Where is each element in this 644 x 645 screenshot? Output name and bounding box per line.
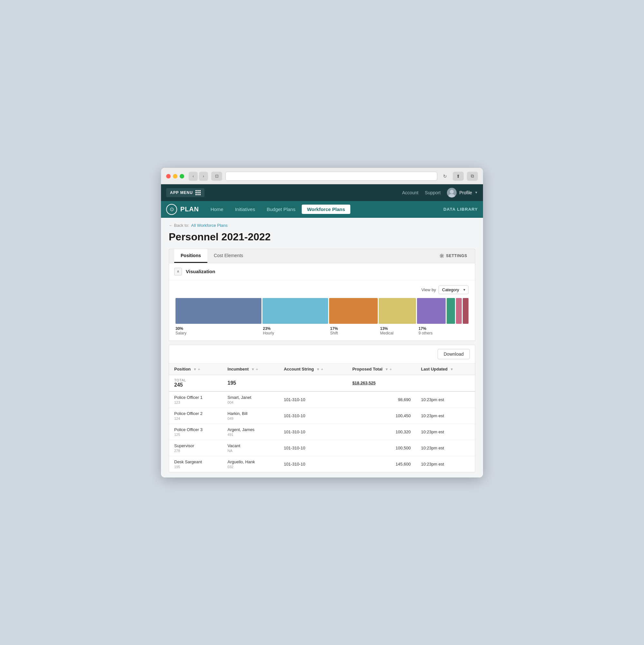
app-menu-button[interactable]: APP MENU <box>166 188 205 197</box>
topbar-right: Account Support Profile ▼ <box>402 188 478 198</box>
account-link[interactable]: Account <box>402 190 418 195</box>
chart-label: 17%9 others <box>418 327 447 336</box>
col-position-actions: ▼ + <box>193 367 200 371</box>
nav-budget-plans[interactable]: Budget Plans <box>262 205 300 214</box>
viz-panel: ∧ Visualization View by Category 30%Sala… <box>169 263 475 341</box>
sidebar-button[interactable]: ⊡ <box>211 172 222 181</box>
tab-positions[interactable]: Positions <box>174 249 207 263</box>
chart-label-name: Shift <box>330 331 379 336</box>
incumbent-cell: Vacant NA <box>223 440 279 456</box>
bar-segment <box>463 298 468 324</box>
settings-label: SETTINGS <box>446 253 467 258</box>
total-account-cell <box>279 375 347 392</box>
add-position-icon[interactable]: + <box>198 367 200 371</box>
col-position: Position ▼ + <box>169 364 223 375</box>
incumbent-cell: Arguello, Hank 032 <box>223 456 279 472</box>
updated-cell: 10:23pm est <box>416 424 475 440</box>
view-by-select[interactable]: Category <box>438 285 468 294</box>
svg-point-1 <box>450 190 454 194</box>
viz-body: View by Category 30%Salary23%Hourly17%Sh… <box>169 280 475 341</box>
add-proposed-icon[interactable]: + <box>390 367 391 371</box>
app-menu-label: APP MENU <box>170 190 193 195</box>
sort-incumbent-icon[interactable]: ▼ <box>251 367 255 371</box>
breadcrumb: ← Back to: All Workforce Plans <box>169 223 475 228</box>
total-incumbents-cell: 195 <box>223 375 279 392</box>
settings-button[interactable]: SETTINGS <box>437 252 470 259</box>
share-button[interactable]: ⬆ <box>453 172 464 181</box>
close-button[interactable] <box>166 174 171 179</box>
chart-label-pct: 23% <box>263 327 329 331</box>
chart-label-name: 9 others <box>418 331 447 336</box>
nav-initiatives[interactable]: Initiatives <box>230 205 261 214</box>
page-content: ← Back to: All Workforce Plans Personnel… <box>161 218 483 477</box>
chart-label-pct: 17% <box>418 327 447 331</box>
tab-cost-elements[interactable]: Cost Elements <box>207 249 250 263</box>
bar-segment <box>329 298 378 324</box>
sort-account-icon[interactable]: ▼ <box>316 367 320 371</box>
table-header-row: Position ▼ + Incumbent ▼ + <box>169 364 475 375</box>
chart-label-pct: 30% <box>176 327 262 331</box>
bar-segment <box>446 298 455 324</box>
plan-logo-row: ⊙ PLAN Home Initiatives Budget Plans Wor… <box>166 204 350 215</box>
grid-icon <box>196 190 201 195</box>
chart-label-pct: 17% <box>330 327 379 331</box>
plan-navbar: ⊙ PLAN Home Initiatives Budget Plans Wor… <box>161 201 483 218</box>
account-cell: 101-310-10 <box>279 424 347 440</box>
sort-proposed-icon[interactable]: ▼ <box>385 367 388 371</box>
minimize-button[interactable] <box>173 174 178 179</box>
col-account-string: Account String ▼ + <box>279 364 347 375</box>
table-row: Police Officer 2 124 Harkin, Bill 049 10… <box>169 408 475 424</box>
proposed-cell: 98,690 <box>347 392 416 408</box>
download-button[interactable]: Download <box>437 349 470 359</box>
chevron-down-icon: ▼ <box>474 191 478 194</box>
tabs: Positions Cost Elements <box>174 249 250 263</box>
data-library-button[interactable]: DATA LIBRARY <box>443 207 478 212</box>
total-updated-cell <box>416 375 475 392</box>
position-cell: Supervisor 278 <box>169 440 223 456</box>
col-proposed-actions: ▼ + <box>385 367 391 371</box>
col-account-actions: ▼ + <box>316 367 323 371</box>
address-bar[interactable] <box>226 172 437 181</box>
table-row: Police Officer 3 125 Argent, James 491 1… <box>169 424 475 440</box>
profile-button[interactable]: Profile ▼ <box>447 188 478 198</box>
plan-icon: ⊙ <box>166 204 177 215</box>
bar-segment <box>456 298 462 324</box>
table-total-row: TOTAL 245 195 $18,263,525 <box>169 375 475 392</box>
browser-chrome: ‹ › ⊡ ↻ ⬆ ⧉ <box>161 168 483 184</box>
chart-label-pct: 13% <box>380 327 418 331</box>
updated-cell: 10:23pm est <box>416 456 475 472</box>
sort-position-icon[interactable]: ▼ <box>193 367 197 371</box>
tabs-button[interactable]: ⧉ <box>467 172 478 181</box>
add-account-icon[interactable]: + <box>321 367 323 371</box>
account-cell: 101-310-10 <box>279 440 347 456</box>
support-link[interactable]: Support <box>425 190 440 195</box>
back-button[interactable]: ‹ <box>189 172 198 181</box>
view-by-label: View by <box>421 287 436 292</box>
nav-workforce-plans[interactable]: Workforce Plans <box>302 205 350 214</box>
proposed-cell: 100,500 <box>347 440 416 456</box>
position-cell: Desk Sargeant 195 <box>169 456 223 472</box>
viz-header: ∧ Visualization <box>169 263 475 280</box>
collapse-button[interactable]: ∧ <box>174 268 182 275</box>
breadcrumb-back: ← Back to: <box>169 223 189 228</box>
proposed-cell: 100,320 <box>347 424 416 440</box>
forward-button[interactable]: › <box>199 172 208 181</box>
nav-home[interactable]: Home <box>206 205 229 214</box>
total-proposed-cell: $18,263,525 <box>347 375 416 392</box>
bar-segment <box>262 298 328 324</box>
chart-label: 13%Medical <box>380 327 418 336</box>
breadcrumb-link[interactable]: All Workforce Plans <box>191 223 228 228</box>
fullscreen-button[interactable] <box>180 174 184 179</box>
chart-label-name: Hourly <box>263 331 329 336</box>
plan-nav-links: Home Initiatives Budget Plans Workforce … <box>206 205 350 214</box>
avatar <box>447 188 456 198</box>
position-cell: Police Officer 2 124 <box>169 408 223 424</box>
sort-updated-icon[interactable]: ▼ <box>450 367 454 371</box>
account-cell: 101-310-10 <box>279 392 347 408</box>
bar-segment <box>379 298 416 324</box>
viz-title: Visualization <box>186 269 215 274</box>
proposed-cell: 145,600 <box>347 456 416 472</box>
col-updated-actions: ▼ <box>450 367 454 371</box>
refresh-button[interactable]: ↻ <box>440 172 449 181</box>
add-incumbent-icon[interactable]: + <box>256 367 258 371</box>
